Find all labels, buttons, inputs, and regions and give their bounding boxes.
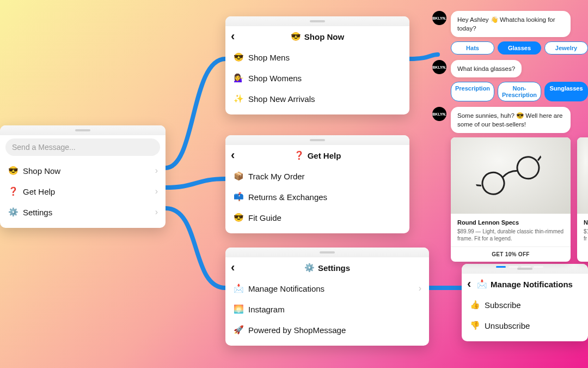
envelope-icon: 📩 <box>233 283 244 293</box>
menu-item-settings[interactable]: ⚙️Settings › <box>0 202 166 222</box>
menu-label: Get Help <box>23 187 55 196</box>
sunglasses-icon: 😎 <box>291 32 301 41</box>
brand-avatar: BKLYN. <box>432 60 446 74</box>
chip-hats[interactable]: Hats <box>451 41 494 55</box>
thumbs-up-icon: 👍 <box>469 300 480 310</box>
product-description: $1 fr <box>584 228 588 242</box>
menu-item-unsubscribe[interactable]: 👎Unsubscribe <box>462 315 588 336</box>
root-menu-card: Send a Message... 😎Shop Now › ❓Get Help … <box>0 125 166 228</box>
shop-now-card: ‹ 😎 Shop Now 😎Shop Mens 💁‍♀️Shop Womens … <box>225 16 409 114</box>
menu-label: Unsubscribe <box>485 321 530 330</box>
back-button[interactable]: ‹ <box>231 31 235 43</box>
chip-non-prescription[interactable]: Non-Prescription <box>498 82 541 101</box>
question-icon: ❓ <box>8 186 19 196</box>
carousel-dots <box>432 266 588 268</box>
settings-card: ‹ ⚙️ Settings 📩Manage Notifications› 🌅In… <box>225 248 429 346</box>
menu-item-shop-womens[interactable]: 💁‍♀️Shop Womens <box>225 68 409 88</box>
card-title-text: Settings <box>318 263 350 273</box>
package-icon: 📦 <box>233 171 244 181</box>
sunglasses-illustration <box>473 149 548 203</box>
search-input[interactable]: Send a Message... <box>5 138 160 156</box>
menu-label: Shop Mens <box>248 53 290 62</box>
rocket-icon: 🚀 <box>233 325 244 335</box>
menu-item-track-order[interactable]: 📦Track My Order <box>225 166 409 186</box>
chip-jewelry[interactable]: Jewelry <box>544 41 588 55</box>
chip-row-2: Prescription Non-Prescription Sunglasses <box>432 82 588 101</box>
menu-item-manage-notifications[interactable]: 📩Manage Notifications› <box>225 278 429 299</box>
thumbs-down-icon: 👎 <box>469 321 480 330</box>
menu-label: Subscribe <box>485 300 521 310</box>
dot-active[interactable] <box>496 266 506 268</box>
question-icon: ❓ <box>294 150 304 160</box>
menu-item-shop-now[interactable]: 😎Shop Now › <box>0 160 166 181</box>
sunglasses-icon: 😎 <box>233 213 244 222</box>
sparkle-icon: ✨ <box>233 94 244 104</box>
chevron-right-icon: › <box>155 207 158 217</box>
drag-handle[interactable] <box>225 16 409 26</box>
svg-line-2 <box>473 182 481 189</box>
menu-label: Fit Guide <box>248 213 281 222</box>
menu-label: Shop Now <box>23 166 60 176</box>
search-placeholder: Send a Message... <box>12 143 76 152</box>
menu-label: Settings <box>23 208 52 217</box>
svg-point-1 <box>514 154 543 183</box>
menu-item-returns[interactable]: 📫Returns & Exchanges <box>225 186 409 207</box>
card-title-text: Shop Now <box>304 32 344 41</box>
card-title-text: Get Help <box>308 151 341 160</box>
drag-handle[interactable] <box>225 248 429 257</box>
sunglasses-icon: 😎 <box>8 166 19 176</box>
menu-label: Track My Order <box>248 172 305 181</box>
svg-point-0 <box>479 169 508 198</box>
chip-row-1: Hats Glasses Jewelry <box>432 41 588 55</box>
dot[interactable] <box>509 266 518 268</box>
instagram-icon: 🌅 <box>233 304 244 314</box>
brand-avatar: BKLYN. <box>432 107 446 121</box>
chat-bubble: What kinda glasses? <box>451 60 522 77</box>
drag-handle[interactable] <box>225 135 409 145</box>
chip-sunglasses[interactable]: Sunglasses <box>544 82 588 101</box>
back-button[interactable]: ‹ <box>231 149 235 161</box>
envelope-icon: 📩 <box>477 279 487 289</box>
product-carousel[interactable]: Round Lennon Specs $89.99 — Light, durab… <box>432 137 588 262</box>
product-image <box>451 137 571 214</box>
chat-preview: BKLYN. Hey Ashley 👋 Whatcha looking for … <box>432 11 588 268</box>
back-button[interactable]: ‹ <box>231 262 235 274</box>
menu-item-instagram[interactable]: 🌅Instagram <box>225 299 429 319</box>
back-button[interactable]: ‹ <box>467 278 471 290</box>
card-title-text: Manage Notifications <box>491 280 573 289</box>
menu-item-fit-guide[interactable]: 😎Fit Guide <box>225 207 409 228</box>
chip-glasses[interactable]: Glasses <box>498 41 541 55</box>
product-title: N <box>584 219 588 226</box>
menu-item-powered-by[interactable]: 🚀Powered by ShopMessage <box>225 319 429 340</box>
menu-label: Shop Womens <box>248 74 302 83</box>
menu-label: Returns & Exchanges <box>248 192 327 202</box>
person-icon: 💁‍♀️ <box>233 73 244 83</box>
chat-bubble: Some sunnies, huh? 😎 Well here are some … <box>451 107 571 133</box>
sunglasses-icon: 😎 <box>233 52 244 62</box>
chevron-right-icon: › <box>155 186 158 196</box>
gear-icon: ⚙️ <box>8 207 19 217</box>
product-title: Round Lennon Specs <box>457 219 564 226</box>
menu-label: Instagram <box>248 305 285 314</box>
get-help-card: ‹ ❓ Get Help 📦Track My Order 📫Returns & … <box>225 135 409 233</box>
chip-prescription[interactable]: Prescription <box>451 82 494 101</box>
dot[interactable] <box>521 266 531 268</box>
dot[interactable] <box>534 266 543 268</box>
product-cta-button[interactable]: GET 10% OFF <box>451 246 571 262</box>
notifications-card: ‹ 📩 Manage Notifications 👍Subscribe 👎Uns… <box>462 264 588 341</box>
mailbox-icon: 📫 <box>233 192 244 202</box>
menu-item-shop-new[interactable]: ✨Shop New Arrivals <box>225 88 409 109</box>
gear-icon: ⚙️ <box>304 263 315 273</box>
menu-label: Powered by ShopMessage <box>248 325 346 335</box>
chat-bubble: Hey Ashley 👋 Whatcha looking for today? <box>451 11 571 37</box>
product-card-next[interactable]: N $1 fr <box>577 137 588 262</box>
product-card[interactable]: Round Lennon Specs $89.99 — Light, durab… <box>451 137 571 262</box>
svg-line-3 <box>536 154 545 161</box>
menu-item-shop-mens[interactable]: 😎Shop Mens <box>225 47 409 68</box>
menu-item-get-help[interactable]: ❓Get Help › <box>0 181 166 202</box>
chevron-right-icon: › <box>155 166 158 176</box>
brand-avatar: BKLYN. <box>432 11 446 25</box>
drag-handle[interactable] <box>0 125 166 135</box>
menu-item-subscribe[interactable]: 👍Subscribe <box>462 294 588 315</box>
menu-label: Shop New Arrivals <box>248 94 315 104</box>
